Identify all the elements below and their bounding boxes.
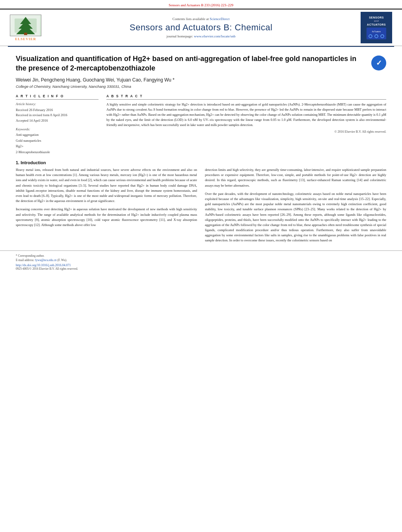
article-history-label: Article history: (16, 102, 99, 106)
received-date: Received 26 February 2016 (16, 108, 99, 113)
email-link[interactable]: fywu@ncu.edu.cn (35, 258, 57, 262)
revised-date: Received in revised form 8 April 2016 (16, 113, 99, 118)
body-right-para2: Over the past decades, with the developm… (205, 191, 386, 243)
sensors-logo-box: SENSORS and ACTUATORS AcTuators (359, 12, 394, 43)
keyword-1: Anti-aggregation (16, 132, 99, 137)
doi-line: http://dx.doi.org/10.1016/j.snb.2016.04.… (16, 263, 386, 267)
homepage-line: journal homepage: www.elsevier.com/locat… (47, 34, 355, 38)
email-suffix: (F. Wu). (57, 258, 67, 262)
body-right-col: detection limits and high selectivity, t… (205, 167, 386, 246)
introduction-title: 1. Introduction (16, 160, 386, 165)
keywords-label: Keywords: (16, 127, 99, 131)
homepage-label: journal homepage: (167, 34, 193, 38)
svg-text:AcTuators: AcTuators (372, 30, 381, 33)
elsevier-logo: ELSEVIER (8, 15, 43, 41)
section-number: 1. (16, 160, 19, 165)
citation-text: Sensors and Actuators B 233 (2016) 223–2… (169, 3, 233, 7)
keyword-4: 2-Mercaptobenzothiazole (16, 149, 99, 155)
accepted-date: Accepted 14 April 2016 (16, 118, 99, 124)
email-label: E-mail address: (16, 258, 34, 262)
contents-label: Contents lists available at (173, 17, 209, 21)
sciencedirect-link[interactable]: ScienceDirect (210, 17, 229, 21)
article-info-header: A R T I C L E I N F O (16, 94, 99, 100)
journal-title-center: Contents lists available at ScienceDirec… (43, 17, 359, 38)
article-info-col: A R T I C L E I N F O Article history: R… (16, 94, 99, 155)
sensors-text-and: and (367, 19, 386, 22)
sensors-logo-text: SENSORS and ACTUATORS (367, 16, 386, 27)
body-section: 1. Introduction (0, 155, 402, 165)
sensors-text-line2: ACTUATORS (367, 23, 386, 27)
keyword-3: Hg2+ (16, 143, 99, 149)
keyword-2: Gold nanoparticles (16, 138, 99, 143)
keywords-section: Keywords: Anti-aggregation Gold nanopart… (16, 127, 99, 155)
body-left-para2: Increasing concerns over detecting Hg2+ … (16, 207, 197, 228)
authors: Weiwei Jin, Pengcheng Huang, Guochang We… (16, 77, 386, 83)
crossmark-icon: ✓ (371, 56, 386, 70)
keyword-list: Anti-aggregation Gold nanoparticles Hg2+… (16, 132, 99, 155)
footer: * Corresponding author. E-mail address: … (0, 250, 402, 274)
body-left-col: Heavy metal ions, released from both nat… (16, 167, 197, 246)
abstract-col: A B S T R A C T A highly sensitive and s… (106, 94, 386, 155)
homepage-link[interactable]: www.elsevier.com/locate/snb (194, 34, 235, 38)
article-dates: Received 26 February 2016 Received in re… (16, 108, 99, 124)
article-section: Visualization and quantification of Hg2+… (0, 47, 402, 89)
journal-title: Sensors and Actuators B: Chemical (47, 22, 355, 33)
sensors-text-line1: SENSORS (367, 16, 386, 20)
contents-line: Contents lists available at ScienceDirec… (47, 17, 355, 21)
elsevier-logo-image (10, 15, 41, 36)
article-title-row: Visualization and quantification of Hg2+… (16, 54, 386, 73)
issn-line: 0925-4005/© 2016 Elsevier B.V. All right… (16, 267, 386, 271)
email-line: E-mail address: fywu@ncu.edu.cn (F. Wu). (16, 258, 386, 262)
sensors-logo: SENSORS and ACTUATORS AcTuators (361, 12, 392, 43)
article-info-abstract: A R T I C L E I N F O Article history: R… (0, 89, 402, 155)
article-title: Visualization and quantification of Hg2+… (16, 54, 371, 73)
elsevier-text: ELSEVIER (15, 37, 36, 41)
body-left-para1: Heavy metal ions, released from both nat… (16, 167, 197, 204)
article-title-text: Visualization and quantification of Hg2+… (16, 55, 356, 72)
journal-header: ELSEVIER Contents lists available at Sci… (0, 9, 402, 46)
abstract-text: A highly sensitive and simple colorimetr… (106, 102, 386, 128)
crossmark-badge: ✓ (371, 56, 386, 70)
page: Sensors and Actuators B 233 (2016) 223–2… (0, 0, 402, 532)
abstract-header: A B S T R A C T (106, 94, 386, 100)
body-right-para1: detection limits and high selectivity, t… (205, 167, 386, 188)
affiliation: College of Chemistry, Nanchang Universit… (16, 84, 386, 89)
copyright: © 2016 Elsevier B.V. All rights reserved… (106, 130, 386, 133)
body-two-col: Heavy metal ions, released from both nat… (0, 167, 402, 246)
corresponding-note: * Corresponding author. (16, 254, 386, 258)
svg-rect-3 (24, 33, 27, 35)
top-citation: Sensors and Actuators B 233 (2016) 223–2… (0, 0, 402, 9)
section-title-text: Introduction (20, 160, 46, 165)
